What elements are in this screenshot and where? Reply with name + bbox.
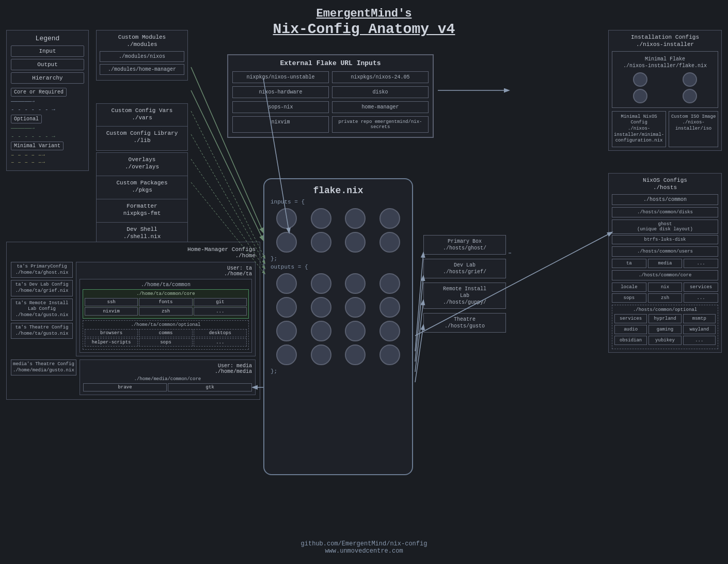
input-circle-5	[276, 232, 297, 253]
custom-modules-title: Custom Modules./modules	[100, 34, 184, 49]
custom-iso-box: Custom ISO Image./nixos-installer/iso	[669, 111, 718, 147]
user-media: media	[648, 259, 683, 268]
output-circle-15	[345, 344, 366, 365]
custom-config-lib-title: Custom Config Library./lib	[100, 130, 184, 145]
svg-line-10	[415, 325, 423, 382]
overlays-title: Overlays./overlays	[100, 156, 184, 171]
user-media-label: User: media./home/media	[83, 363, 252, 374]
custom-config-vars-title: Custom Config Vars./vars	[100, 107, 184, 122]
ta-theatre-config: ta's Theatre Config./home/ta/gusto.nix	[11, 323, 73, 339]
output-circle-11	[345, 321, 366, 341]
minimal-flake-box: Minimal Flake./nixos-installer/flake.nix	[612, 51, 718, 108]
circle-4	[683, 89, 697, 103]
custom-packages-box: Custom Packages./pkgs	[96, 176, 188, 200]
input-circle-2	[311, 208, 331, 229]
flake-home-manager: home-manager	[332, 101, 429, 113]
media-core-brave: brave	[83, 383, 167, 391]
input-circle-8	[379, 232, 400, 253]
footer-github: github.com/EmergentMind/nix-config	[301, 540, 428, 547]
output-circle-9	[276, 321, 297, 341]
output-circle-6	[311, 297, 331, 318]
ta-core-fonts: fonts	[139, 298, 192, 306]
opt-audio: audio	[614, 325, 647, 334]
custom-config-vars-box: Custom Config Vars./vars	[96, 103, 188, 128]
host-remote: Remote InstallLab./hosts/guppy/	[423, 283, 506, 309]
flake-nix-title: flake.nix	[271, 185, 406, 196]
legend-minimal-label: Minimal Variant	[11, 142, 64, 150]
opt-hyprland: hyprland	[648, 314, 681, 323]
host-primary: Primary Box./hosts/ghost/	[423, 235, 506, 255]
core-nix: nix	[648, 283, 683, 292]
ta-core-git: git	[194, 298, 247, 306]
host-devlab: Dev Lab./hosts/grief/	[423, 259, 506, 278]
legend-output: Output	[11, 59, 84, 70]
hosts-common-disks: ./hosts/common/disks	[612, 207, 718, 217]
ta-common-label: ./home/ta/common	[83, 282, 249, 288]
media-common-core-label: ./home/media/common/core	[83, 377, 252, 382]
flake-private-repo: private repo emergentmind/nix-secrets	[332, 116, 429, 133]
home-manager-box: Home-Manager Configs./home ta's PrimaryC…	[6, 242, 260, 400]
media-theatre-config: media's Theatre Config./home/media/gusto…	[11, 359, 76, 375]
custom-config-lib-box: Custom Config Library./lib	[96, 126, 188, 151]
output-circle-7	[345, 297, 366, 318]
home-manager-title: Home-Manager Configs./home	[11, 246, 256, 259]
input-circle-4	[379, 208, 400, 229]
flake-outputs-label: outputs = {	[271, 264, 406, 270]
nixos-configs-title: NixOS Configs./hosts	[612, 177, 718, 192]
circle-3	[633, 89, 647, 103]
ta-remote-config: ta's Remote InstallLab Config./home/ta/g…	[11, 299, 73, 321]
svg-line-8	[415, 276, 423, 362]
opt-services: services	[614, 314, 647, 323]
flake-nix-box: flake.nix inputs = { }; outputs = {	[263, 178, 413, 475]
output-circle-13	[276, 344, 297, 365]
flake-nixpkgs-24: nixpkgs/nixos-24.05	[332, 71, 429, 83]
custom-packages-title: Custom Packages./pkgs	[100, 179, 184, 194]
output-circle-8	[379, 297, 400, 318]
legend-input: Input	[11, 45, 84, 57]
core-sops: sops	[612, 293, 646, 303]
user-dots: ...	[684, 259, 718, 268]
ta-core-zsh: zsh	[139, 307, 192, 316]
media-core-gtk: gtk	[168, 383, 252, 391]
flake-nixpkgs-unstable: nixpkgs/nixos-unstable	[232, 71, 329, 83]
hosts-optional-box: ./hosts/common/optional services hyprlan…	[612, 305, 718, 349]
nixos-configs-box: NixOS Configs./hosts ./hosts/common ./ho…	[608, 173, 722, 353]
dev-shell-title: Dev Shell./shell.nix	[100, 226, 184, 241]
ta-opt-browsers: browsers	[85, 329, 138, 337]
btrfs-disk: btrfs-luks-disk	[612, 235, 718, 244]
flake-close2: };	[271, 368, 406, 374]
flake-nixvim: nixvim	[232, 116, 329, 133]
legend-box: Legend Input Output Hierarchy Core or Re…	[6, 30, 89, 171]
opt-dots2: ...	[683, 336, 716, 345]
output-circle-14	[311, 344, 331, 365]
output-circle-10	[311, 321, 331, 341]
opt-gaming: gaming	[648, 325, 681, 334]
flake-sops-nix: sops-nix	[232, 101, 329, 113]
minimal-nixos-box: Minimal NixOS Config./nixos-installer/mi…	[612, 111, 666, 147]
opt-obsidian: obsidian	[614, 336, 647, 345]
core-locale: locale	[612, 283, 646, 292]
input-circle-6	[311, 232, 331, 253]
formatter-box: Formatternixpkgs-fmt	[96, 199, 188, 224]
input-circle-3	[345, 208, 366, 229]
ta-core-ssh: ssh	[85, 298, 138, 306]
ta-opt-desktops: desktops	[194, 329, 247, 337]
host-theatre: Theatre./hosts/gusto	[423, 313, 506, 333]
svg-line-9	[415, 301, 423, 372]
input-circle-7	[345, 232, 366, 253]
ta-devlab-config: ta's Dev Lab Config./home/ta/grief.nix	[11, 280, 73, 296]
hosts-common: ./hosts/common	[612, 194, 718, 205]
hosts-common-users: ./hosts/common/users	[612, 246, 718, 257]
output-circle-3	[345, 273, 366, 294]
footer: github.com/EmergentMind/nix-config www.u…	[301, 540, 428, 555]
ta-opt-sops: sops	[139, 338, 192, 347]
input-circle-1	[276, 208, 297, 229]
formatter-title: Formatternixpkgs-fmt	[100, 202, 184, 217]
footer-website: www.unmovedcentre.com	[301, 547, 428, 555]
legend-core-label: Core or Required	[11, 88, 67, 97]
installation-configs-box: Installation Configs./nixos-installer Mi…	[608, 30, 722, 151]
output-circle-4	[379, 273, 400, 294]
svg-line-7	[415, 253, 423, 351]
opt-wayland: wayland	[683, 325, 716, 334]
hosts-common-core: ./hosts/common/core	[612, 270, 718, 280]
